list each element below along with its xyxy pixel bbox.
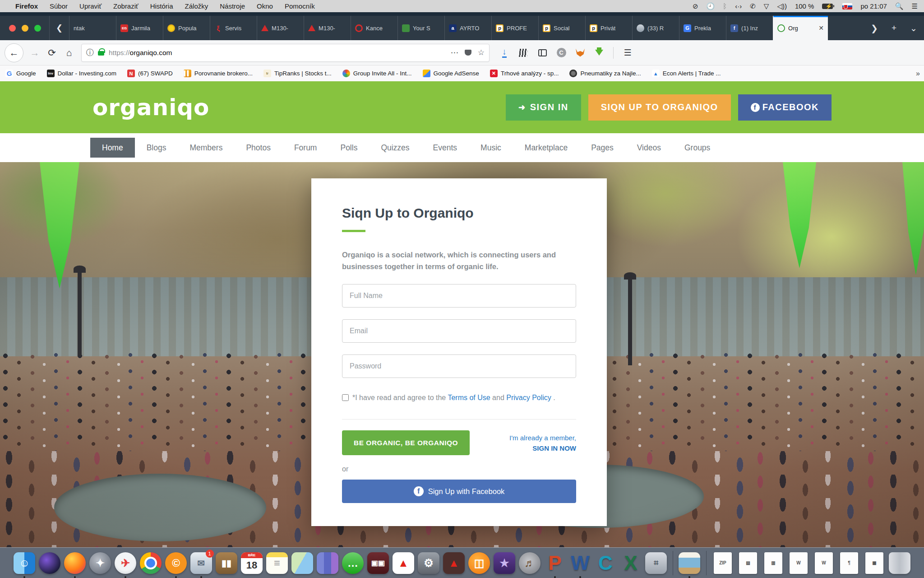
bookmark-star-icon[interactable]: ☆	[478, 48, 485, 57]
menu-item-nástroje[interactable]: Nástroje	[220, 2, 245, 10]
back-button[interactable]: ←	[5, 43, 23, 62]
url-text[interactable]: https://organiqo.com	[109, 49, 172, 57]
dock-word[interactable]: W	[569, 551, 592, 574]
sign-in-now-link[interactable]: SIGN IN NOW	[509, 443, 576, 454]
close-tab-icon[interactable]: ✕	[818, 24, 824, 32]
sidebar-toggle-button[interactable]	[534, 44, 551, 61]
dock-books[interactable]	[316, 551, 339, 574]
close-window-button[interactable]	[9, 25, 16, 32]
bookmark-google[interactable]: GGoogle	[5, 70, 36, 77]
browser-tab-your-s[interactable]: Your S	[397, 16, 444, 40]
dock-notes-document[interactable]: ▥	[762, 551, 785, 574]
browser-tab-priv-t[interactable]: pPrivát	[585, 16, 632, 40]
dock-zip-document[interactable]: ZIP	[711, 551, 735, 574]
browser-tab-servis[interactable]: ξServis	[210, 16, 257, 40]
reload-button[interactable]: ⟳	[43, 44, 60, 61]
library-button[interactable]	[515, 44, 532, 61]
bookmark-adsense[interactable]: Google AdSense	[423, 70, 479, 77]
dock-utilities[interactable]: ⚙	[417, 551, 440, 574]
bookmark-trhove[interactable]: ✕Trhové analýzy - sp...	[490, 70, 559, 77]
video-downloader-extension-icon[interactable]	[591, 44, 608, 61]
page-actions-icon[interactable]: ⋯	[451, 48, 458, 57]
agree-checkbox[interactable]	[342, 394, 349, 401]
nav-item-photos[interactable]: Photos	[234, 138, 282, 158]
slovak-flag-icon[interactable]	[842, 3, 852, 9]
dock-siri[interactable]	[38, 551, 61, 574]
full-name-field[interactable]	[342, 284, 576, 308]
dock-pdf-document[interactable]: ¶	[838, 551, 861, 574]
new-tab-button[interactable]: +	[885, 16, 903, 40]
metamask-extension-icon[interactable]	[572, 44, 589, 61]
browser-tab-m130-[interactable]: M130-	[257, 16, 304, 40]
bookmark-swapd[interactable]: N(67) SWAPD	[127, 70, 173, 77]
spotlight-search-icon[interactable]: 🔍	[895, 2, 904, 10]
menu-item-upraviť[interactable]: Upraviť	[79, 2, 102, 10]
nav-item-polls[interactable]: Polls	[328, 138, 369, 158]
bookmark-econ[interactable]: ▲Econ Alerts | Trade ...	[652, 70, 721, 77]
header-facebook-button[interactable]: fFACEBOOK	[738, 94, 832, 121]
email-field[interactable]	[342, 319, 576, 343]
bluetooth-icon[interactable]: ᛒ	[723, 2, 727, 10]
browser-tab-jarmila[interactable]: EISJarmila	[116, 16, 163, 40]
menu-clock[interactable]: po 21:07	[860, 2, 887, 10]
url-bar[interactable]: ⓘ https://organiqo.com ⋯ ☆	[81, 44, 490, 62]
privacy-policy-link[interactable]: Privacy Policy	[506, 394, 551, 401]
dock-ibooks[interactable]: ◫	[468, 551, 491, 574]
dock-contacts[interactable]: ▮▮	[215, 551, 238, 574]
notification-center-icon[interactable]: ☰	[912, 2, 918, 10]
menu-firefox[interactable]: Firefox	[15, 2, 38, 10]
nav-item-groups[interactable]: Groups	[673, 138, 722, 158]
nav-item-home[interactable]: Home	[90, 138, 135, 158]
browser-tab-m130-[interactable]: M130-	[304, 16, 351, 40]
dock-c-app[interactable]: C	[594, 551, 617, 574]
menu-item-zobraziť[interactable]: Zobraziť	[113, 2, 139, 10]
header-sign-up-button[interactable]: SIQN UP TO ORGANIQO	[588, 94, 731, 121]
nav-item-events[interactable]: Events	[421, 138, 469, 158]
dock-finder[interactable]: ☺	[13, 551, 36, 574]
dock-firefox[interactable]	[64, 551, 87, 574]
dock-safari[interactable]: ✈	[114, 551, 137, 574]
dock-trash[interactable]	[888, 551, 911, 574]
forward-button[interactable]: →	[26, 44, 43, 61]
nav-item-music[interactable]: Music	[469, 138, 513, 158]
facebook-signup-button[interactable]: fSign Up with Facebook	[342, 480, 576, 503]
bookmarks-overflow-button[interactable]: »	[916, 70, 919, 78]
menu-button[interactable]: ☰	[619, 44, 636, 61]
terms-of-use-link[interactable]: Terms of Use	[448, 394, 490, 401]
menu-item-okno[interactable]: Okno	[257, 2, 273, 10]
browser-tab-ayrto[interactable]: aAYRTO	[444, 16, 491, 40]
bookmark-groupinvite[interactable]: Group Invite All - Int...	[342, 70, 412, 77]
scroll-tabs-right-button[interactable]: ❯	[864, 16, 885, 40]
dock-excel[interactable]: X	[619, 551, 642, 574]
angle-brackets-icon[interactable]: ‹·›	[735, 2, 742, 10]
scroll-tabs-left-button[interactable]: ❮	[49, 16, 69, 40]
zoom-window-button[interactable]	[34, 25, 41, 32]
menu-item-záložky[interactable]: Záložky	[185, 2, 208, 10]
menu-item-história[interactable]: História	[150, 2, 173, 10]
downloads-button[interactable]: ↓	[502, 47, 507, 58]
nav-item-pages[interactable]: Pages	[579, 138, 625, 158]
header-sign-in-button[interactable]: ➜SIGN IN	[506, 94, 581, 121]
volume-icon[interactable]: ◁))	[777, 2, 787, 10]
dock-word-document-2[interactable]: W	[813, 551, 836, 574]
browser-tab-social[interactable]: pSocial	[538, 16, 585, 40]
bookmark-investing[interactable]: InvDollar - Investing.com	[47, 70, 117, 77]
dock-word-document-1[interactable]: W	[787, 551, 810, 574]
nav-item-videos[interactable]: Videos	[625, 138, 673, 158]
dock-chrome[interactable]	[139, 551, 162, 574]
status-circle-icon[interactable]: ⊘	[693, 2, 698, 10]
nav-item-quizzes[interactable]: Quizzes	[369, 138, 421, 158]
pocket-icon[interactable]	[465, 50, 471, 56]
organiqo-logo[interactable]: organiqo	[92, 94, 209, 121]
phone-icon[interactable]: ✆	[750, 2, 756, 10]
dock-messages[interactable]: …	[342, 551, 365, 574]
dock-maps[interactable]	[291, 551, 314, 574]
browser-tab-prekla[interactable]: GPrekla	[679, 16, 726, 40]
menu-item-súbor[interactable]: Súbor	[50, 2, 68, 10]
dock-photos-preview[interactable]	[678, 551, 701, 574]
nav-item-marketplace[interactable]: Marketplace	[513, 138, 579, 158]
dock-mail[interactable]: ✉1	[190, 551, 213, 574]
dock-cryptocompare[interactable]: ©	[165, 551, 188, 574]
browser-tab-org[interactable]: ◌Org✕	[773, 16, 828, 40]
bookmark-pneu[interactable]: Pneumatiky za Najle...	[569, 70, 641, 77]
